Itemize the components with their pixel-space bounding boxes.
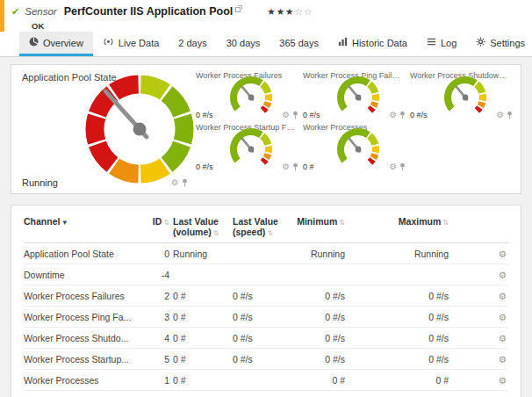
cell-minimum: 0 # <box>291 375 345 386</box>
cell-id: 0 <box>140 249 169 259</box>
small-gauge <box>436 75 494 115</box>
main-gauge-status: Running <box>22 177 58 188</box>
column-header-last-value-volume[interactable]: Last Value(volume)⇅ <box>173 216 229 237</box>
entity-type-label: Sensor <box>25 6 56 17</box>
gauge-card-value: 0 #/s <box>196 111 213 119</box>
live-signal-icon <box>103 37 114 48</box>
channel-settings-gear-icon[interactable]: ⚙ <box>499 270 508 280</box>
gauge-hub <box>248 147 255 153</box>
tab-live-data[interactable]: Live Data <box>93 32 169 56</box>
cell-id: 1 <box>140 375 169 386</box>
cell-minimum: Running <box>291 249 345 259</box>
tab-settings[interactable]: Settings <box>466 32 532 56</box>
cell-minimum: 0 #/s <box>291 312 345 322</box>
column-label: ID <box>153 216 162 227</box>
cell-last-value-volume: 0 # <box>173 354 229 365</box>
cell-maximum: 0 #/s <box>349 312 449 322</box>
gauge-card-value: 0 #/s <box>303 111 320 119</box>
pin-icon[interactable] <box>399 162 406 171</box>
tab-label: Live Data <box>119 38 159 48</box>
sort-icon[interactable]: ⇅ <box>213 229 219 237</box>
column-header-channel[interactable]: Channel▾ <box>24 216 136 227</box>
cell-maximum: 0 #/s <box>349 291 449 301</box>
cell-channel: Worker Process Ping Fa... <box>24 312 136 322</box>
tab-365-days[interactable]: 365 days <box>270 32 328 56</box>
tab-label: 30 days <box>226 38 261 48</box>
cell-last-value-speed: 0 #/s <box>233 291 287 301</box>
gauge-card-value: 0 #/s <box>196 162 213 171</box>
pin-icon[interactable] <box>292 111 298 119</box>
column-label: (volume) <box>173 227 212 237</box>
cell-minimum: 0 #/s <box>291 354 345 365</box>
cell-channel: Worker Process Shutdo... <box>24 333 136 343</box>
table-row: Worker Process Ping Fa... 3 0 # 0 #/s 0 … <box>24 307 508 328</box>
channel-table-header: Channel▾ ID⇅ Last Value(volume)⇅ Last Va… <box>24 213 508 243</box>
tab-30-days[interactable]: 30 days <box>217 32 270 56</box>
small-gauge <box>329 126 387 167</box>
gauge-hub <box>463 95 469 101</box>
cell-last-value-speed: 0 #/s <box>233 333 287 343</box>
column-header-id[interactable]: ID⇅ <box>140 216 169 227</box>
channel-settings-gear-icon[interactable]: ⚙ <box>389 162 397 171</box>
sensor-header: ✔ Sensor PerfCounter IIS Application Poo… <box>0 0 532 32</box>
table-row: Worker Process Failures 2 0 # 0 #/s 0 #/… <box>24 285 508 307</box>
cell-minimum: 0 #/s <box>291 333 345 343</box>
cell-id: 3 <box>140 312 169 322</box>
cell-last-value-volume: 0 # <box>173 291 229 301</box>
pin-icon[interactable] <box>182 178 188 187</box>
column-label: Last Value <box>233 216 287 227</box>
channel-settings-gear-icon[interactable]: ⚙ <box>499 291 508 301</box>
gauge-card: Worker Process Startup Failu... 0 #/s ⚙ <box>196 123 299 172</box>
table-row: Downtime -4 ⚙ <box>24 264 508 285</box>
channel-settings-gear-icon[interactable]: ⚙ <box>282 111 290 119</box>
cell-last-value-volume: 0 # <box>173 312 229 322</box>
sort-icon[interactable]: ⇅ <box>339 219 345 227</box>
tab-label: Log <box>441 38 457 48</box>
sensor-status-badge: OK <box>32 21 523 31</box>
column-label: Last Value <box>173 216 229 227</box>
sort-caret-icon[interactable]: ▾ <box>62 218 67 227</box>
pin-icon[interactable] <box>399 111 406 119</box>
cell-maximum: 0 # <box>349 375 449 386</box>
cell-id: 5 <box>140 354 169 365</box>
cell-channel: Worker Process Startup... <box>24 354 136 365</box>
gear-icon <box>476 37 485 48</box>
cell-id: 4 <box>140 333 169 343</box>
sort-icon[interactable]: ⇅ <box>163 219 169 227</box>
tab-log[interactable]: Log <box>417 32 466 56</box>
gauge-card: Worker Process Shutdown Fa... 0 #/s ⚙ <box>410 71 514 120</box>
channel-settings-gear-icon[interactable]: ⚙ <box>499 375 508 386</box>
pin-icon[interactable] <box>507 111 513 119</box>
gauge-hub <box>133 123 147 136</box>
channel-settings-gear-icon[interactable]: ⚙ <box>171 178 179 187</box>
tab-label: Overview <box>43 38 83 48</box>
column-label: (speed) <box>233 227 265 237</box>
cell-id: -4 <box>140 270 169 280</box>
channel-settings-gear-icon[interactable]: ⚙ <box>282 162 290 171</box>
gauge-card: Worker Process Ping Failures 0 #/s ⚙ <box>303 71 406 120</box>
cell-maximum: 0 #/s <box>349 354 449 365</box>
sort-icon[interactable]: ⇅ <box>442 219 449 227</box>
channel-settings-gear-icon[interactable]: ⚙ <box>496 111 504 119</box>
cell-last-value-volume: 0 # <box>173 333 229 343</box>
sort-icon[interactable]: ⇅ <box>267 229 273 237</box>
column-header-maximum[interactable]: Maximum⇅ <box>349 216 449 227</box>
channel-settings-gear-icon[interactable]: ⚙ <box>499 249 508 259</box>
cell-id: 2 <box>140 291 169 301</box>
tab-overview[interactable]: Overview <box>19 32 93 56</box>
channel-settings-gear-icon[interactable]: ⚙ <box>389 111 397 119</box>
pie-chart-icon <box>29 37 39 48</box>
status-color-stripe <box>0 0 4 32</box>
priority-stars[interactable]: ★★★☆☆ <box>267 6 313 17</box>
popout-icon[interactable] <box>235 0 242 16</box>
channel-settings-gear-icon[interactable]: ⚙ <box>499 312 508 322</box>
channel-settings-gear-icon[interactable]: ⚙ <box>499 354 508 365</box>
column-header-last-value-speed[interactable]: Last Value(speed)⇅ <box>233 216 287 237</box>
column-header-minimum[interactable]: Minimum⇅ <box>291 216 345 227</box>
channel-settings-gear-icon[interactable]: ⚙ <box>499 333 508 343</box>
tab-historic-data[interactable]: Historic Data <box>328 32 417 56</box>
priority-stars-filled: ★★★ <box>267 6 294 17</box>
pin-icon[interactable] <box>292 162 298 171</box>
tab-2-days[interactable]: 2 days <box>169 32 216 56</box>
gauge-card: Worker Processes 0 # ⚙ <box>303 123 406 172</box>
